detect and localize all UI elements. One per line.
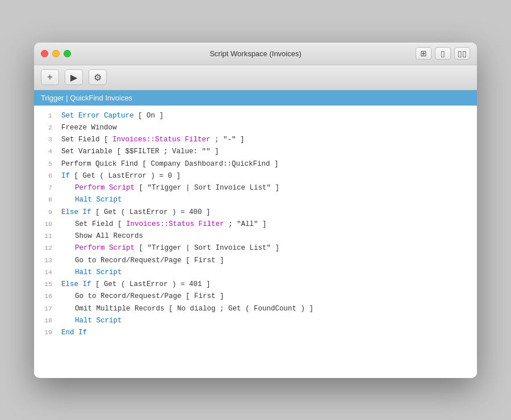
line-number: 2 <box>39 122 52 133</box>
line-content[interactable]: Else If [ Get ( LastError ) = 401 ] <box>61 279 211 291</box>
selected-script-label: Trigger | QuickFind Invoices <box>41 94 132 102</box>
line-content[interactable]: Set Field [ Invoices::Status Filter ; "-… <box>61 134 245 146</box>
line-content[interactable]: Freeze Window <box>61 122 117 134</box>
line-number: 18 <box>39 315 52 326</box>
add-script-button[interactable]: + <box>41 69 59 85</box>
line-number: 4 <box>39 146 52 157</box>
line-number: 13 <box>39 255 52 266</box>
script-line-6: 6If [ Get ( LastError ) = 0 ] <box>34 170 477 182</box>
script-line-2: 2Freeze Window <box>34 122 477 134</box>
line-content[interactable]: Go to Record/Request/Page [ First ] <box>61 291 224 303</box>
script-line-5: 5Perform Quick Find [ Company Dashboard:… <box>34 158 477 170</box>
script-line-15: 15Else If [ Get ( LastError ) = 401 ] <box>34 279 477 291</box>
line-content[interactable]: End If <box>61 327 87 339</box>
script-line-10: 10Set Field [ Invoices::Status Filter ; … <box>34 219 477 230</box>
line-number: 14 <box>39 267 52 278</box>
line-content[interactable]: Omit Multiple Records [ No dialog ; Get … <box>61 303 313 315</box>
single-panel-icon[interactable]: ▯ <box>435 47 451 60</box>
line-number: 12 <box>39 242 52 254</box>
window-title: Script Workspace (Invoices) <box>210 49 301 58</box>
script-line-18: 18Halt Script <box>34 315 477 327</box>
toolbar: + ▶ ⚙ <box>34 65 477 90</box>
script-line-17: 17Omit Multiple Records [ No dialog ; Ge… <box>34 303 477 315</box>
script-line-13: 13Go to Record/Request/Page [ First ] <box>34 255 477 267</box>
line-number: 9 <box>39 207 52 218</box>
line-content[interactable]: Set Field [ Invoices::Status Filter ; "A… <box>61 219 267 230</box>
script-line-7: 7Perform Script [ "Trigger | Sort Invoic… <box>34 182 477 194</box>
split-panel-icon[interactable]: ▯▯ <box>454 47 470 60</box>
script-line-12: 12Perform Script [ "Trigger | Sort Invoi… <box>34 242 477 254</box>
line-content[interactable]: Show All Records <box>61 230 143 242</box>
line-content[interactable]: Else If [ Get ( LastError ) = 400 ] <box>61 207 211 219</box>
close-button[interactable] <box>41 50 48 57</box>
script-line-19: 19End If <box>34 327 477 339</box>
script-line-8: 8Halt Script <box>34 194 477 206</box>
main-window: Script Workspace (Invoices) ⊞ ▯ ▯▯ + ▶ ⚙… <box>34 43 477 378</box>
line-content[interactable]: Go to Record/Request/Page [ First ] <box>61 255 224 267</box>
minimize-button[interactable] <box>52 50 60 57</box>
gear-icon: ⚙ <box>94 72 102 83</box>
copy-icon[interactable]: ⊞ <box>416 47 432 60</box>
maximize-button[interactable] <box>64 50 71 57</box>
line-content[interactable]: Perform Script [ "Trigger | Sort Invoice… <box>61 242 279 254</box>
line-number: 19 <box>39 327 52 338</box>
line-number: 8 <box>39 194 52 205</box>
run-script-button[interactable]: ▶ <box>65 69 83 85</box>
line-number: 10 <box>39 219 52 230</box>
line-content[interactable]: Halt Script <box>61 315 122 327</box>
settings-button[interactable]: ⚙ <box>89 69 107 85</box>
line-number: 6 <box>39 170 52 182</box>
line-number: 11 <box>39 230 52 242</box>
line-number: 3 <box>39 134 52 145</box>
script-line-3: 3Set Field [ Invoices::Status Filter ; "… <box>34 134 477 146</box>
line-content[interactable]: Halt Script <box>61 194 122 206</box>
script-line-1: 1Set Error Capture [ On ] <box>34 110 477 122</box>
title-bar-right-icons: ⊞ ▯ ▯▯ <box>416 47 470 60</box>
line-number: 5 <box>39 158 52 170</box>
line-number: 7 <box>39 182 52 194</box>
play-icon: ▶ <box>70 72 77 83</box>
script-line-16: 16Go to Record/Request/Page [ First ] <box>34 291 477 303</box>
line-number: 15 <box>39 279 52 290</box>
line-content[interactable]: Set Variable [ $$FILTER ; Value: "" ] <box>61 146 219 158</box>
line-content[interactable]: Perform Script [ "Trigger | Sort Invoice… <box>61 182 279 194</box>
line-content[interactable]: Halt Script <box>61 267 122 279</box>
line-content[interactable]: Set Error Capture [ On ] <box>61 110 164 122</box>
line-number: 1 <box>39 110 52 121</box>
line-content[interactable]: If [ Get ( LastError ) = 0 ] <box>61 170 181 182</box>
script-line-9: 9Else If [ Get ( LastError ) = 400 ] <box>34 207 477 219</box>
script-line-4: 4Set Variable [ $$FILTER ; Value: "" ] <box>34 146 477 158</box>
script-line-11: 11Show All Records <box>34 230 477 242</box>
title-bar: Script Workspace (Invoices) ⊞ ▯ ▯▯ <box>34 43 477 65</box>
selected-script-bar[interactable]: Trigger | QuickFind Invoices <box>34 90 477 106</box>
line-number: 16 <box>39 291 52 302</box>
traffic-lights <box>41 50 71 57</box>
line-number: 17 <box>39 303 52 314</box>
line-content[interactable]: Perform Quick Find [ Company Dashboard::… <box>61 158 279 170</box>
script-line-14: 14Halt Script <box>34 267 477 279</box>
script-content: 1Set Error Capture [ On ]2Freeze Window3… <box>34 106 477 378</box>
plus-icon: + <box>47 72 52 82</box>
